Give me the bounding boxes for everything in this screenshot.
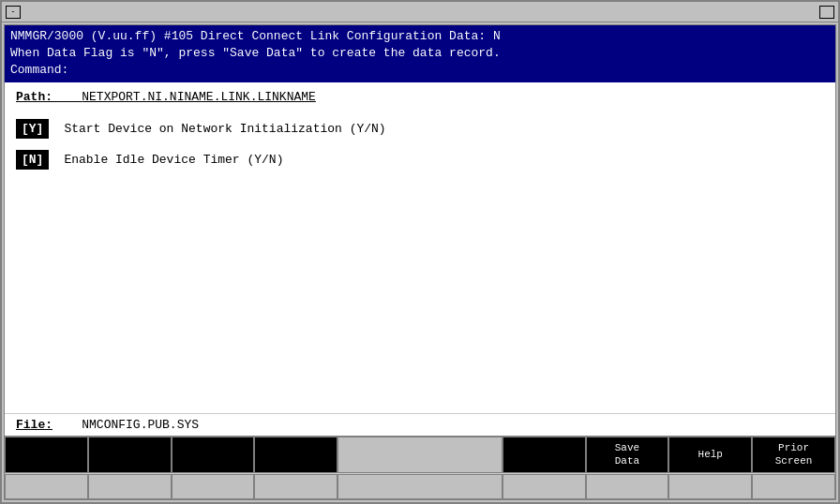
field2-row: [N] Enable Idle Device Timer (Y/N)	[16, 150, 824, 170]
b6-button[interactable]	[502, 474, 586, 499]
b7-button[interactable]	[586, 474, 669, 499]
header-line3: Command:	[10, 62, 830, 79]
maximize-button[interactable]	[819, 6, 834, 19]
path-value: NETXPORT.NI.NINAME.LINK.LINKNAME	[82, 90, 316, 104]
title-bar-left: -	[6, 6, 21, 19]
f1-button[interactable]	[5, 437, 88, 473]
path-label: Path:	[16, 90, 52, 104]
help-button[interactable]: Help	[668, 437, 752, 473]
button-row-2	[5, 473, 835, 499]
f4-button[interactable]	[254, 437, 338, 473]
button-row-1: SaveData Help PriorScreen	[5, 436, 835, 473]
f3-button[interactable]	[172, 437, 255, 473]
window-frame: - NMMGR/3000 (V.uu.ff) #105 Direct Conne…	[0, 0, 840, 504]
b9-button[interactable]	[752, 474, 835, 499]
b3-button[interactable]	[172, 474, 255, 499]
minimize-button[interactable]: -	[6, 6, 21, 19]
save-data-button[interactable]: SaveData	[586, 437, 669, 473]
file-value: NMCONFIG.PUB.SYS	[82, 418, 199, 432]
field2-box[interactable]: [N]	[16, 150, 49, 170]
header-bar: NMMGR/3000 (V.uu.ff) #105 Direct Connect…	[5, 25, 835, 82]
b8-button[interactable]	[668, 474, 752, 499]
file-label: File:	[16, 418, 52, 432]
header-line1: NMMGR/3000 (V.uu.ff) #105 Direct Connect…	[10, 28, 830, 45]
main-content: Path: NETXPORT.NI.NINAME.LINK.LINKNAME […	[5, 82, 835, 413]
header-line2: When Data Flag is "N", press "Save Data"…	[10, 45, 830, 62]
b1-button[interactable]	[5, 474, 88, 499]
field1-row: [Y] Start Device on Network Initializati…	[16, 119, 824, 139]
f2-button[interactable]	[88, 437, 172, 473]
title-bar: -	[2, 2, 838, 22]
field2-label: Enable Idle Device Timer (Y/N)	[64, 153, 283, 167]
field1-label: Start Device on Network Initialization (…	[64, 122, 385, 136]
f6-button[interactable]	[502, 437, 586, 473]
path-line: Path: NETXPORT.NI.NINAME.LINK.LINKNAME	[16, 90, 824, 104]
b5-spacer	[338, 474, 502, 499]
b4-button[interactable]	[254, 474, 338, 499]
f5-spacer	[338, 437, 502, 473]
footer-bar: File: NMCONFIG.PUB.SYS	[5, 413, 835, 436]
field1-box[interactable]: [Y]	[16, 119, 49, 139]
window-inner: NMMGR/3000 (V.uu.ff) #105 Direct Connect…	[4, 24, 836, 500]
b2-button[interactable]	[88, 474, 172, 499]
prior-screen-button[interactable]: PriorScreen	[752, 437, 835, 473]
